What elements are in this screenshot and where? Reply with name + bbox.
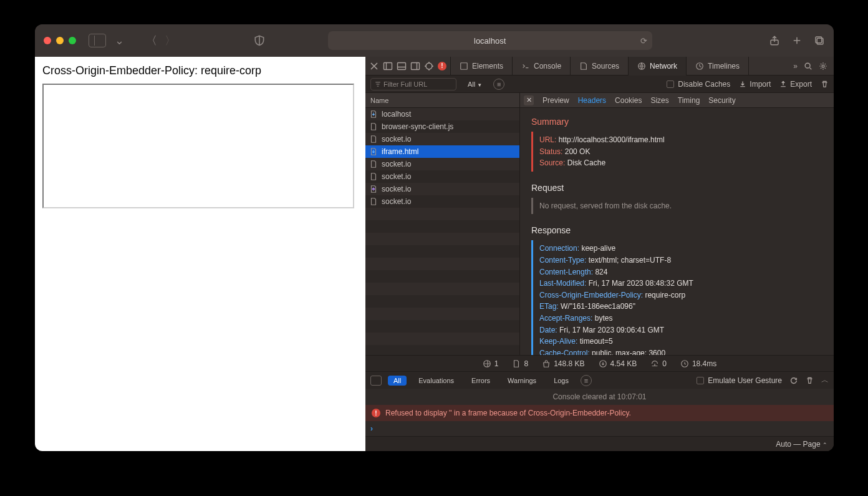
emulate-user-gesture-toggle[interactable]: Emulate User Gesture: [697, 376, 782, 385]
back-button[interactable]: 〈: [146, 33, 157, 48]
close-inspector-icon[interactable]: [369, 61, 379, 71]
stat-transfer: 148.8 KB: [542, 359, 584, 368]
response-header: Accept-Ranges: bytes: [539, 313, 822, 324]
network-row[interactable]: socket.io: [365, 183, 519, 195]
import-icon: [739, 80, 746, 88]
console-filter-evaluations[interactable]: Evaluations: [413, 376, 460, 386]
console-icon: [521, 62, 530, 71]
network-row[interactable]: socket.io: [365, 170, 519, 183]
svg-point-14: [822, 65, 824, 67]
request-block: No request, served from the disk cache.: [531, 198, 822, 215]
network-rows: localhostbrowser-sync-client.jssocket.io…: [365, 108, 519, 355]
summary-block: URL: http://localhost:3000/iframe.html S…: [531, 132, 822, 172]
stat-time: 18.4ms: [680, 359, 716, 368]
element-picker-icon[interactable]: [424, 61, 434, 71]
detail-tabbar: ✕ Preview Headers Cookies Sizes Timing S…: [520, 93, 834, 108]
detail-tab-security[interactable]: Security: [708, 96, 735, 105]
network-row[interactable]: socket.io: [365, 133, 519, 145]
network-row-empty: [365, 320, 519, 333]
clear-network-icon[interactable]: [821, 80, 829, 88]
privacy-report-icon[interactable]: [253, 34, 266, 47]
tab-console[interactable]: Console: [513, 57, 571, 75]
dock-bottom-icon[interactable]: [397, 61, 407, 71]
svg-rect-5: [398, 62, 406, 69]
console-filter-errors[interactable]: Errors: [466, 376, 496, 386]
svg-rect-3: [384, 62, 392, 69]
network-row[interactable]: localhost: [365, 108, 519, 120]
tab-overview-icon[interactable]: [814, 35, 825, 46]
response-block: Connection: keep-aliveContent-Type: text…: [531, 240, 822, 355]
sources-icon: [579, 62, 588, 71]
zoom-window-button[interactable]: [69, 37, 76, 44]
console-filter-warnings[interactable]: Warnings: [502, 376, 542, 386]
execution-context-picker[interactable]: Auto — Page ⌃: [776, 440, 827, 449]
toggle-sidebar-button[interactable]: [89, 34, 106, 47]
network-column-header[interactable]: Name: [365, 93, 519, 108]
console-scope-button[interactable]: ≡: [581, 375, 592, 386]
toolbar-right: [769, 35, 825, 46]
search-icon[interactable]: [804, 62, 813, 71]
console-filter-all[interactable]: All: [388, 376, 407, 386]
tab-sources[interactable]: Sources: [571, 57, 629, 75]
detail-tab-timing[interactable]: Timing: [678, 96, 700, 105]
network-row-name: socket.io: [382, 197, 411, 206]
clear-console-icon[interactable]: [806, 376, 814, 384]
svg-rect-2: [816, 37, 822, 43]
tab-network[interactable]: Network: [629, 57, 687, 75]
detail-tab-headers[interactable]: Headers: [578, 96, 606, 105]
inspector-tabbar-right: »: [787, 57, 834, 75]
collapse-console-icon[interactable]: ︿: [821, 375, 829, 386]
stat-upload: 0: [650, 359, 667, 368]
new-tab-icon[interactable]: [791, 35, 803, 46]
network-row-name: socket.io: [382, 135, 411, 143]
weight-icon: [542, 359, 551, 368]
response-header: Cache-Control: public, max-age: 3600: [539, 348, 822, 355]
network-row[interactable]: iframe.html: [365, 145, 519, 158]
console-filter-logs[interactable]: Logs: [548, 376, 574, 386]
dock-right-icon[interactable]: [410, 61, 420, 71]
tab-timelines[interactable]: Timelines: [687, 57, 749, 75]
error-badge-icon[interactable]: !: [438, 62, 446, 71]
forward-button[interactable]: 〉: [165, 33, 176, 48]
address-bar[interactable]: localhost ⟳: [328, 31, 652, 50]
export-har-button[interactable]: Export: [779, 80, 812, 89]
network-type-filter[interactable]: All▼: [463, 79, 487, 89]
detail-tab-cookies[interactable]: Cookies: [615, 96, 642, 105]
reload-icon[interactable]: ⟳: [640, 36, 647, 46]
disable-caches-toggle[interactable]: Disable Caches: [667, 80, 730, 89]
reload-ignoring-cache-icon[interactable]: [789, 376, 798, 385]
network-row-empty: [365, 333, 519, 345]
network-row[interactable]: socket.io: [365, 195, 519, 208]
network-row-empty: [365, 308, 519, 320]
more-tabs-icon[interactable]: »: [793, 62, 798, 71]
group-media-button[interactable]: ≡: [493, 79, 504, 90]
stat-domains: 1: [483, 359, 499, 368]
detail-scroll[interactable]: Summary URL: http://localhost:3000/ifram…: [520, 108, 834, 355]
network-filter-input[interactable]: Filter Full URL: [370, 78, 456, 90]
dock-left-icon[interactable]: [383, 61, 393, 71]
network-row-name: localhost: [382, 110, 411, 119]
upload-icon: [650, 359, 659, 368]
share-icon[interactable]: [769, 35, 780, 46]
tab-elements[interactable]: Elements: [451, 57, 513, 75]
network-icon: [637, 62, 646, 71]
network-row[interactable]: socket.io: [365, 158, 519, 170]
content-area: Cross-Origin-Embedder-Policy: require-co…: [35, 57, 834, 451]
network-row-empty: [365, 283, 519, 295]
detail-tab-sizes[interactable]: Sizes: [650, 96, 668, 105]
svg-rect-10: [461, 62, 468, 69]
close-window-button[interactable]: [44, 37, 51, 44]
webpage-viewport: Cross-Origin-Embedder-Policy: require-co…: [35, 57, 365, 451]
document-icon: [512, 359, 521, 368]
svg-rect-7: [412, 62, 420, 69]
minimize-window-button[interactable]: [56, 37, 64, 44]
detail-tab-preview[interactable]: Preview: [542, 96, 569, 105]
safari-window: ⌄ 〈 〉 localhost ⟳ Cross-Origin-Embedder-…: [35, 24, 834, 451]
close-details-icon[interactable]: ✕: [524, 95, 534, 105]
network-row[interactable]: browser-sync-client.js: [365, 120, 519, 133]
console-prompt[interactable]: ›: [365, 421, 834, 436]
import-har-button[interactable]: Import: [739, 80, 771, 89]
settings-gear-icon[interactable]: [819, 62, 827, 71]
console-sidebar-toggle[interactable]: [370, 376, 382, 386]
sidebar-menu-chevron-icon[interactable]: ⌄: [113, 34, 125, 47]
